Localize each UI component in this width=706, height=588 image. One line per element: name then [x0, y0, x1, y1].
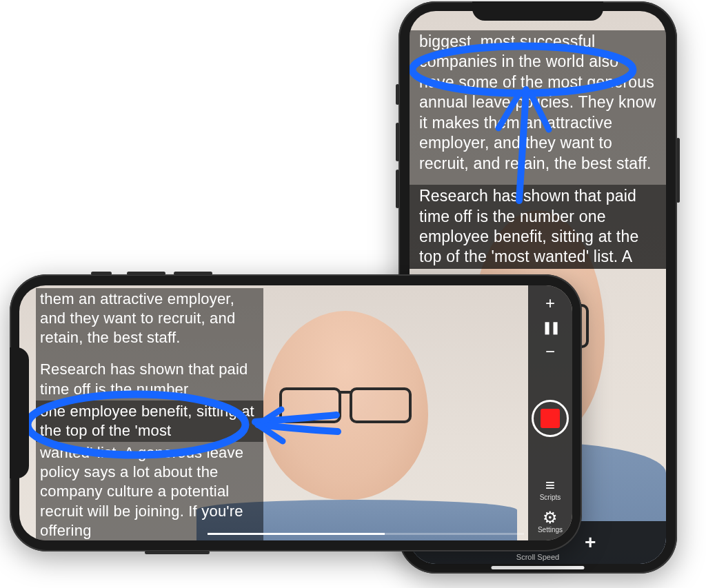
- notch: [10, 347, 29, 478]
- volume-down-button: [174, 272, 212, 275]
- settings-icon: ⚙: [538, 508, 563, 527]
- notch: [472, 1, 603, 21]
- settings-button[interactable]: ⚙ Settings: [538, 508, 563, 534]
- power-button: [676, 138, 680, 203]
- volume-up-button: [396, 123, 399, 161]
- teleprompter-overlay[interactable]: them an attractive employer, and they wa…: [36, 288, 263, 540]
- volume-up-button: [127, 272, 165, 275]
- record-button[interactable]: [532, 400, 569, 437]
- scroll-speed-label: Scroll Speed: [410, 553, 666, 561]
- landscape-screen: them an attractive employer, and they wa…: [19, 285, 572, 540]
- speed-decrease-button[interactable]: −: [545, 342, 555, 361]
- pause-button[interactable]: ❚❚: [542, 320, 558, 335]
- speed-increase-button[interactable]: +: [545, 294, 555, 313]
- scripts-label: Scripts: [540, 494, 561, 501]
- teleprompter-overlay[interactable]: biggest, most successful companies in th…: [410, 30, 666, 269]
- landscape-sidebar: + ❚❚ − ≡ Scripts ⚙ Settings: [528, 285, 572, 540]
- settings-label: Settings: [538, 526, 563, 534]
- scripts-button[interactable]: ≡ Scripts: [540, 476, 561, 501]
- glasses-placeholder: [279, 387, 412, 423]
- volume-down-button: [396, 170, 399, 208]
- script-text-focus: one employee benefit, sitting at the top…: [36, 401, 263, 442]
- mute-switch: [396, 84, 399, 105]
- script-progress-bar[interactable]: [208, 533, 524, 535]
- scripts-icon: ≡: [540, 476, 561, 495]
- phone-mockup-landscape: them an attractive employer, and they wa…: [10, 274, 582, 551]
- power-button: [145, 551, 210, 554]
- mute-switch: [91, 272, 112, 275]
- script-text-dim-top: them an attractive employer, and they wa…: [36, 288, 263, 349]
- script-text-dim: biggest, most successful companies in th…: [410, 30, 666, 175]
- script-text-focus: Research has shown that paid time off is…: [410, 185, 666, 269]
- home-indicator: [492, 566, 585, 569]
- speed-increase-button[interactable]: +: [585, 531, 596, 554]
- script-text-dim-mid: Research has shown that paid time off is…: [36, 358, 263, 400]
- script-text-dim-bottom: wanted' list. A generous leave policy sa…: [36, 442, 263, 540]
